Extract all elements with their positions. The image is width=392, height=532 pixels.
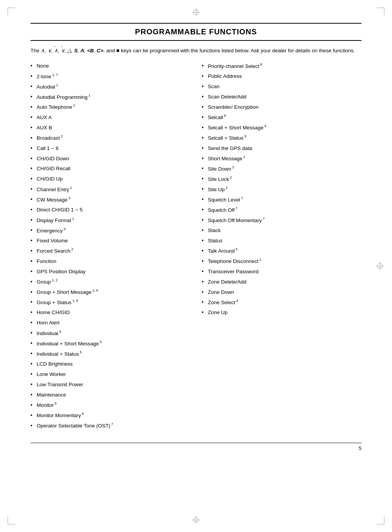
bullet: • <box>31 195 37 204</box>
list-item: •Maintenance <box>31 390 190 399</box>
bullet: • <box>31 236 37 245</box>
list-item: •Lone Worker <box>31 370 190 379</box>
item-text: Scan Delete/Add <box>208 93 361 101</box>
bullet: • <box>31 349 37 358</box>
item-text: Autodial Programming 1 <box>37 93 190 101</box>
item-text: CH/GID Recall <box>37 165 190 173</box>
superscript: 3 <box>67 196 71 200</box>
item-text: Channel Entry 1 <box>37 185 190 193</box>
list-item: •Low Transmit Power <box>31 380 190 389</box>
superscript: 2 <box>71 247 74 251</box>
list-item: •Autodial Programming 1 <box>31 92 190 101</box>
item-text: Maintenance <box>37 391 190 399</box>
bullet: • <box>31 318 37 327</box>
item-text: Priority-channel Select 8 <box>208 62 361 70</box>
list-item: •Individual + Short Message 5 <box>31 339 190 348</box>
bullet: • <box>31 267 37 276</box>
bullet: • <box>31 421 37 430</box>
list-item: •Emergency 4 <box>31 226 190 235</box>
list-item: •Home CH/GID <box>31 308 190 317</box>
item-text: Selcall + Status 9 <box>208 134 361 142</box>
bullet: • <box>31 82 37 91</box>
item-text: Zone Up <box>208 309 361 317</box>
superscript: 8 <box>259 63 262 66</box>
intro-paragraph: The ∧, ∨, ∧˜, ∨˜, △, S, A, <B, C>, and ■… <box>31 47 361 55</box>
corner-mark-bl <box>8 517 15 524</box>
list-item: •Fixed Volume <box>31 236 190 245</box>
superscript: 9 <box>263 124 267 128</box>
list-item: •Monitor 6 <box>31 401 190 409</box>
list-item: •Direct CH/GID 1 ~ 5 <box>31 205 190 214</box>
list-item: •Individual + Status 5 <box>31 349 190 358</box>
list-item: •Site Lock 2 <box>202 174 361 183</box>
bullet: • <box>202 154 208 163</box>
bullet: • <box>31 401 37 409</box>
item-text: None <box>37 62 190 70</box>
superscript: 2 <box>231 165 235 169</box>
intro-prefix: The <box>31 48 39 53</box>
bullet: • <box>202 267 208 276</box>
list-item: •Group + Short Message 1, 5 <box>31 288 190 297</box>
bullet: • <box>202 123 208 132</box>
bullet: • <box>31 247 37 255</box>
list-item: •Forced Search 2 <box>31 247 190 255</box>
item-text: Status <box>208 237 361 245</box>
corner-mark-tr <box>377 8 384 15</box>
superscript: 4 <box>235 299 238 303</box>
item-text: CH/GID Down <box>37 155 190 163</box>
superscript: 7 <box>110 422 113 426</box>
bullet: • <box>202 174 208 183</box>
item-text: Autodial 1 <box>37 83 190 91</box>
bullet: • <box>31 308 37 317</box>
superscript: 5 <box>58 330 61 334</box>
superscript: 5 <box>235 247 238 251</box>
list-item: •GPS Position Display <box>31 267 190 276</box>
item-text: Scan <box>208 83 361 91</box>
superscript: 2 <box>229 176 232 179</box>
item-text: Scrambler/ Encryption <box>208 103 361 111</box>
crosshair-bottom <box>192 516 200 524</box>
bullet: • <box>31 72 37 81</box>
bullet: • <box>202 144 208 153</box>
item-text: AUX B <box>37 124 190 132</box>
corner-mark-tl <box>8 8 15 15</box>
bullet: • <box>31 216 37 224</box>
list-item: •None <box>31 61 190 70</box>
item-text: Squelch Off Momentary 7 <box>208 216 361 224</box>
item-text: Selcall 9 <box>208 113 361 121</box>
list-item: •Site Up 2 <box>202 185 361 193</box>
list-item: •CH/GID Down <box>31 154 190 163</box>
corner-mark-br <box>377 517 384 524</box>
superscript: 1 <box>71 217 74 221</box>
list-item: •Priority-channel Select 8 <box>202 61 361 70</box>
item-text: CH/GID Up <box>37 175 190 183</box>
superscript: 1 <box>72 103 76 107</box>
item-text: Auto Telephone 1 <box>37 103 190 111</box>
bullet: • <box>31 288 37 297</box>
bullet: • <box>202 298 208 306</box>
superscript: 1 <box>69 186 72 190</box>
superscript: 9 <box>223 114 226 118</box>
item-text: Display Format 1 <box>37 216 190 224</box>
superscript: 5 <box>99 340 102 344</box>
superscript: 1 <box>55 83 58 87</box>
functions-list: •None•2-tone 1, 7•Autodial 1•Autodial Pr… <box>31 61 361 431</box>
item-text: Monitor 6 <box>37 401 190 409</box>
item-text: Send the GPS data <box>208 145 361 153</box>
bullet: • <box>202 103 208 111</box>
bullet: • <box>202 277 208 286</box>
superscript: 2 <box>60 134 63 138</box>
bullet: • <box>31 164 37 173</box>
bullet: • <box>202 226 208 235</box>
item-text: Selcall + Short Message 9 <box>208 124 361 132</box>
item-text: Public Address <box>208 73 361 81</box>
list-item: •Autodial 1 <box>31 82 190 91</box>
list-item: •Send the GPS data <box>202 144 361 153</box>
item-text: Individual 5 <box>37 329 190 337</box>
list-item: •Group 1, 2 <box>31 277 190 286</box>
list-item: •Zone Delete/Add <box>202 277 361 286</box>
item-text: Fixed Volume <box>37 237 190 245</box>
superscript: 5 <box>79 350 82 354</box>
list-item: •Scrambler/ Encryption <box>202 103 361 111</box>
bullet: • <box>31 154 37 163</box>
